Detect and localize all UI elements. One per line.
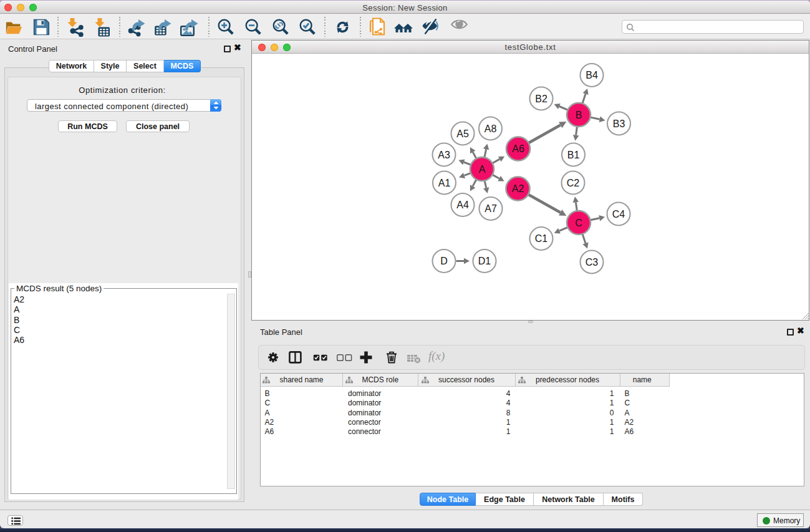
svg-text:B3: B3: [613, 118, 625, 129]
svg-text:A3: A3: [438, 150, 450, 160]
svg-text:B: B: [576, 110, 582, 120]
svg-text:C1: C1: [535, 233, 548, 244]
svg-text:A2: A2: [512, 183, 524, 194]
svg-text:A5: A5: [456, 128, 469, 139]
svg-text:B2: B2: [535, 94, 547, 104]
svg-text:C: C: [575, 218, 582, 228]
svg-text:A6: A6: [512, 143, 524, 154]
svg-text:B1: B1: [567, 150, 580, 160]
svg-text:A8: A8: [485, 123, 497, 134]
svg-text:B4: B4: [586, 70, 598, 80]
svg-text:A1: A1: [438, 178, 451, 188]
svg-text:A: A: [479, 164, 486, 175]
svg-text:D1: D1: [478, 256, 491, 266]
svg-text:C2: C2: [567, 178, 580, 188]
svg-text:C3: C3: [586, 257, 599, 268]
svg-text:A7: A7: [485, 203, 497, 214]
svg-text:A4: A4: [456, 200, 469, 210]
svg-text:f(x): f(x): [428, 350, 445, 363]
svg-text:D: D: [440, 256, 448, 266]
svg-text:C4: C4: [612, 209, 625, 220]
